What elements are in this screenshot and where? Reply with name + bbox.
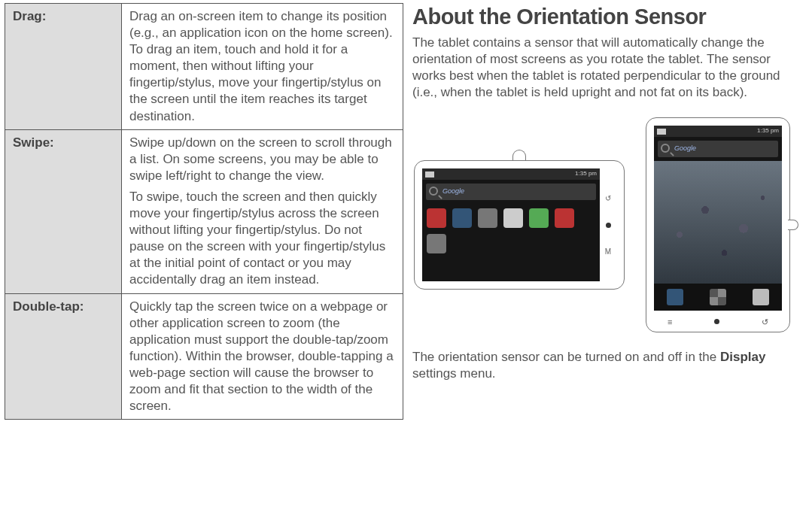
table-row: Drag: Drag an on-screen item to change i… <box>5 4 403 130</box>
dock <box>654 284 782 311</box>
app-icon <box>529 208 549 228</box>
tablet-screen: 1:35 pm Google <box>422 168 600 281</box>
tablet-portrait: 1:35 pm Google ≡ ↺ <box>646 117 790 332</box>
home-icons <box>422 204 600 258</box>
tablet-landscape: 1:35 pm Google <box>414 160 625 290</box>
search-icon <box>661 144 670 153</box>
gestures-table: Drag: Drag an on-screen item to change i… <box>5 3 403 420</box>
side-nav-bar: ↺ M <box>600 168 616 281</box>
outro-text: settings menu. <box>412 366 496 381</box>
def-drag: Drag an on-screen item to change its pos… <box>122 4 403 130</box>
status-bar: 1:35 pm <box>654 126 782 137</box>
table-row: Swipe: Swipe up/down on the screen to sc… <box>5 129 403 293</box>
app-icon <box>427 208 446 228</box>
section-intro: The tablet contains a sensor that will a… <box>412 35 804 101</box>
term-drag: Drag: <box>5 4 122 130</box>
back-icon: ↺ <box>762 317 768 327</box>
search-bar: Google <box>426 184 596 200</box>
dock-icon <box>667 289 683 305</box>
def-text: Swipe up/down on the screen to scroll th… <box>129 135 395 184</box>
def-swipe: Swipe up/down on the screen to scroll th… <box>122 129 403 293</box>
home-icon <box>606 223 611 228</box>
camera-icon <box>788 220 798 230</box>
app-drawer-icon <box>710 289 726 305</box>
search-icon <box>429 187 438 196</box>
gestures-table-column: Drag: Drag an on-screen item to change i… <box>5 3 403 528</box>
def-text: Drag an on-screen item to change its pos… <box>129 8 395 125</box>
table-row: Double-tap: Quickly tap the screen twice… <box>5 293 403 420</box>
section-outro: The orientation sensor can be turned on … <box>412 349 804 382</box>
term-doubletap: Double-tap: <box>5 293 122 420</box>
tablet-screen: 1:35 pm Google <box>654 126 782 311</box>
back-icon: ↺ <box>605 193 611 203</box>
app-icon <box>503 208 523 228</box>
search-logo: Google <box>442 187 464 196</box>
def-text: Quickly tap the screen twice on a webpag… <box>129 299 395 415</box>
def-doubletap: Quickly tap the screen twice on a webpag… <box>122 293 403 420</box>
menu-icon: ≡ <box>668 317 672 327</box>
wallpaper <box>654 161 782 284</box>
display-menu-label: Display <box>720 350 765 364</box>
section-heading: About the Orientation Sensor <box>412 3 804 32</box>
orientation-section: About the Orientation Sensor The tablet … <box>412 3 807 528</box>
dock-icon <box>753 289 769 305</box>
def-text: To swipe, touch the screen and then quic… <box>129 189 395 289</box>
clock-label: 1:35 pm <box>757 127 779 135</box>
menu-icon: M <box>605 247 611 256</box>
signal-icon <box>425 171 434 178</box>
app-icon <box>427 234 446 253</box>
clock-label: 1:35 pm <box>575 170 597 178</box>
app-icon <box>478 208 497 228</box>
home-icon <box>714 319 719 324</box>
app-icon <box>452 208 472 228</box>
outro-text: The orientation sensor can be turned on … <box>412 350 720 364</box>
bottom-nav-bar: ≡ ↺ <box>646 317 789 327</box>
status-bar: 1:35 pm <box>422 168 600 180</box>
search-logo: Google <box>674 144 696 153</box>
app-icon <box>555 208 574 228</box>
term-swipe: Swipe: <box>5 129 122 293</box>
device-illustrations: 1:35 pm Google <box>412 114 804 335</box>
signal-icon <box>657 129 666 135</box>
search-bar: Google <box>658 141 778 157</box>
